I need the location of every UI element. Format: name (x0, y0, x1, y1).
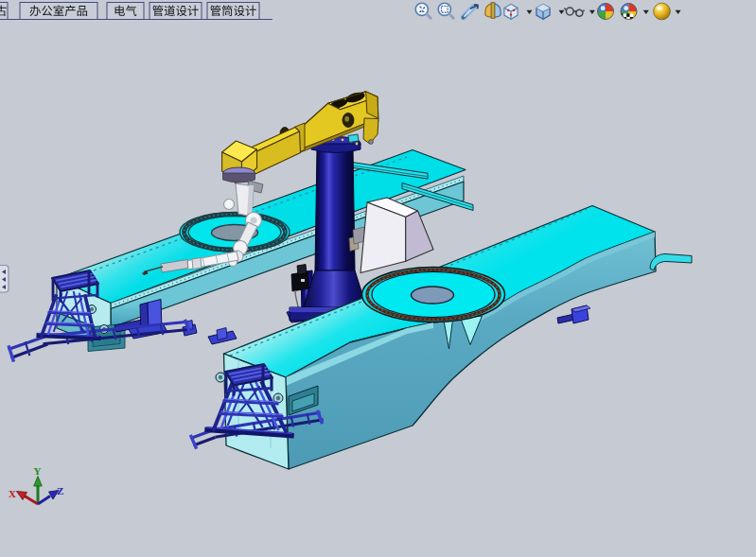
svg-text:Z: Z (57, 485, 63, 496)
svg-text:X: X (9, 488, 16, 499)
svg-text:Y: Y (34, 465, 42, 477)
